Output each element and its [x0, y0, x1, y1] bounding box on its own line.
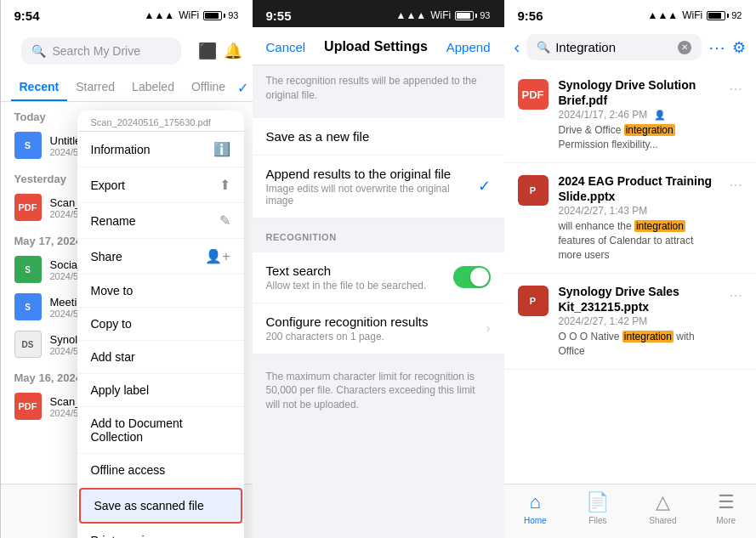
nav-shared-3[interactable]: △ Shared: [649, 491, 676, 528]
result-icon-pdf-1: PDF: [518, 79, 549, 110]
note-top: The recognition results will be appended…: [253, 65, 504, 111]
tab-offline[interactable]: Offline: [183, 75, 234, 101]
append-button[interactable]: Append: [446, 40, 491, 54]
back-button[interactable]: ‹: [514, 37, 520, 57]
file-icon-pdf2: PDF: [14, 393, 42, 420]
results-list: PDF Synology Drive Solution Brief.pdf 20…: [504, 67, 756, 486]
nav-files-3[interactable]: 📄 Files: [586, 491, 609, 528]
context-menu: Scan_20240516_175630.pdf Information ℹ️ …: [77, 110, 244, 538]
configure-row[interactable]: Configure recognition results 200 charac…: [253, 303, 504, 354]
shared-icon-3: △: [656, 491, 670, 513]
scan-icon[interactable]: ⬛: [198, 42, 217, 60]
menu-moveto[interactable]: Move to: [77, 275, 244, 308]
menu-information[interactable]: Information ℹ️: [77, 132, 244, 167]
menu-print[interactable]: Print preview: [77, 524, 244, 538]
more-icon-3[interactable]: ⋯: [729, 287, 742, 303]
menu-label-save-scanned: Save as scanned file: [94, 499, 204, 513]
screen3-phone: 9:56 ▲▲▲ WiFi 92 ‹ 🔍 Integration ✕: [504, 0, 756, 538]
menu-addstar[interactable]: Add star: [77, 341, 244, 374]
signal-icon: ▲▲▲: [145, 9, 175, 21]
highlight-word-1: integration: [624, 124, 675, 136]
search-placeholder-1: Search My Drive: [53, 44, 140, 58]
result-info-1: Synology Drive Solution Brief.pdf 2024/1…: [559, 77, 719, 152]
bottom-nav-3: ⌂ Home 📄 Files △ Shared ☰ More: [504, 484, 756, 538]
menu-label-print: Print preview: [91, 534, 160, 538]
more-icon-2[interactable]: ⋯: [729, 177, 742, 193]
time-2: 9:55: [266, 8, 292, 23]
append-label: Append results to the original file: [266, 167, 478, 181]
save-as-new-label: Save as a new file: [266, 129, 370, 144]
battery-icon-2: 93: [455, 10, 490, 20]
status-icons-3: ▲▲▲ WiFi 92: [648, 9, 742, 21]
screen2-phone: 9:55 ▲▲▲ WiFi 93 Cancel Upload Settings …: [253, 0, 504, 538]
search-bar-1[interactable]: 🔍 Search My Drive: [21, 37, 181, 65]
rename-icon: ✎: [219, 212, 230, 229]
screen1-phone: 9:54 ▲▲▲ WiFi 93 🔍 Search My Drive ⬛: [1, 0, 253, 538]
nav-home-3[interactable]: ⌂ Home: [524, 491, 547, 528]
tab-recent[interactable]: Recent: [11, 75, 68, 101]
tab-starred[interactable]: Starred: [67, 75, 123, 101]
clear-search-button[interactable]: ✕: [678, 41, 691, 54]
nav-home-label-3: Home: [524, 516, 547, 525]
append-sublabel: Image edits will not overwrite the origi…: [266, 183, 478, 207]
wifi-icon-3: WiFi: [682, 9, 702, 21]
menu-share[interactable]: Share 👤+: [77, 239, 244, 275]
status-bar-2: 9:55 ▲▲▲ WiFi 93: [253, 0, 504, 27]
menu-offline[interactable]: Offline access: [77, 454, 244, 487]
text-search-text: Text search Allow text in the file to be…: [266, 263, 427, 292]
result-item-1[interactable]: PDF Synology Drive Solution Brief.pdf 20…: [504, 67, 756, 163]
highlight-word-3: integration: [622, 331, 674, 343]
search-header-3: ‹ 🔍 Integration ✕ ⋯ ⚙: [504, 27, 756, 67]
file-icon-gdoc: S: [14, 132, 42, 159]
info-icon: ℹ️: [213, 141, 230, 157]
text-search-row[interactable]: Text search Allow text in the file to be…: [253, 252, 504, 303]
wifi-icon: WiFi: [179, 9, 199, 21]
result-item-3[interactable]: P Synology Drive Sales Kit_231215.pptx 2…: [504, 274, 756, 370]
menu-label-share: Share: [91, 250, 122, 263]
menu-copyto[interactable]: Copy to: [77, 308, 244, 341]
append-row[interactable]: Append results to the original file Imag…: [253, 156, 504, 218]
recognition-header: RECOGNITION: [253, 225, 504, 246]
status-bar-3: 9:56 ▲▲▲ WiFi 92: [504, 0, 756, 27]
configure-sublabel: 200 characters on 1 page.: [266, 331, 429, 343]
tab-labeled[interactable]: Labeled: [123, 75, 183, 101]
menu-label-collection: Add to Document Collection: [91, 416, 230, 444]
result-item-2[interactable]: P 2024 EAG Product Training Slide.pptx 2…: [504, 163, 756, 274]
menu-save-scanned[interactable]: Save as scanned file: [79, 488, 242, 524]
more-options-button[interactable]: ⋯: [708, 37, 725, 58]
result-date-3: 2024/2/27, 1:42 PM: [559, 315, 719, 327]
menu-add-collection[interactable]: Add to Document Collection: [77, 407, 244, 454]
chevron-icon: ›: [486, 321, 491, 335]
files-icon-3: 📄: [586, 491, 609, 513]
file-icon-pdf: PDF: [14, 194, 42, 221]
save-as-new-row[interactable]: Save as a new file: [253, 118, 504, 156]
text-search-label: Text search: [266, 263, 427, 278]
modal-header: Cancel Upload Settings Append: [253, 27, 504, 65]
checkmark-filter[interactable]: ✓: [234, 75, 252, 101]
result-snippet-1: Drive & Office integration Permission fl…: [559, 123, 719, 152]
search-icon-3: 🔍: [537, 41, 550, 54]
result-info-2: 2024 EAG Product Training Slide.pptx 202…: [559, 173, 719, 263]
search-input-box[interactable]: 🔍 Integration ✕: [526, 34, 701, 60]
configure-text: Configure recognition results 200 charac…: [266, 314, 429, 343]
share-icon: 👤+: [205, 248, 230, 264]
more-icon-1[interactable]: ⋯: [729, 81, 742, 97]
text-search-sublabel: Allow text in the file to be searched.: [266, 280, 427, 292]
file-icon-social: S: [14, 256, 42, 283]
highlight-word-2: integration: [634, 220, 685, 232]
result-info-3: Synology Drive Sales Kit_231215.pptx 202…: [559, 284, 719, 359]
result-snippet-3: O O O Native integration with Office: [559, 330, 719, 359]
result-name-3: Synology Drive Sales Kit_231215.pptx: [559, 284, 719, 314]
filter-icon[interactable]: ⚙: [732, 38, 746, 57]
result-snippet-2: will enhance the integration features of…: [559, 219, 719, 262]
menu-applylabel[interactable]: Apply label: [77, 374, 244, 407]
notification-icon[interactable]: 🔔: [224, 42, 242, 60]
text-search-toggle[interactable]: [453, 266, 491, 288]
cancel-button[interactable]: Cancel: [266, 40, 306, 54]
menu-label-rename: Rename: [91, 214, 136, 228]
menu-rename[interactable]: Rename ✎: [77, 203, 244, 239]
menu-export[interactable]: Export ⬆: [77, 167, 244, 203]
nav-more-3[interactable]: ☰ More: [716, 491, 736, 528]
signal-icon-2: ▲▲▲: [396, 9, 427, 21]
result-icon-ppt-2: P: [518, 175, 549, 206]
